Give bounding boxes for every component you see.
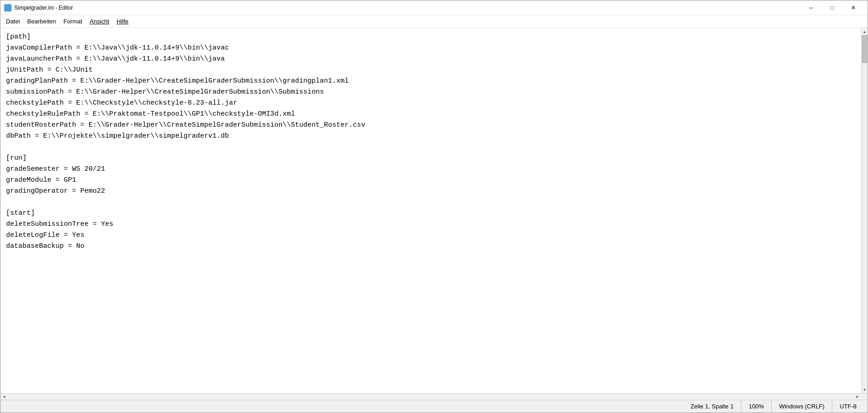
- title-bar-left: Simpelgrader.ini - Editor: [4, 4, 73, 11]
- menu-bearbeiten[interactable]: Bearbeiten: [23, 16, 60, 27]
- scroll-right-arrow[interactable]: ►: [854, 394, 861, 400]
- line-ending: Windows (CRLF): [771, 400, 832, 413]
- window-controls: ─ □ ✕: [801, 0, 864, 15]
- scrollbar-corner: [861, 394, 868, 400]
- encoding: UTF-8: [832, 400, 864, 413]
- scroll-down-arrow[interactable]: ▼: [862, 386, 868, 393]
- minimize-button[interactable]: ─: [801, 0, 822, 15]
- title-bar: Simpelgrader.ini - Editor ─ □ ✕: [0, 0, 868, 15]
- cursor-position: Zeile 1, Spalte 1: [683, 400, 741, 413]
- horizontal-scrollbar-container: ◄ ►: [0, 393, 868, 400]
- status-bar: Zeile 1, Spalte 1 100% Windows (CRLF) UT…: [0, 400, 868, 413]
- editor-scroll-container[interactable]: [path] javaCompilerPath = E:\\Java\\jdk-…: [0, 28, 861, 393]
- app-icon: [4, 4, 11, 11]
- menu-bar: Datei Bearbeiten Format Ansicht Hilfe: [0, 15, 868, 28]
- scroll-left-arrow[interactable]: ◄: [0, 394, 8, 400]
- maximize-button[interactable]: □: [822, 0, 843, 15]
- vertical-scrollbar[interactable]: ▲ ▼: [861, 28, 868, 393]
- window-title: Simpelgrader.ini - Editor: [14, 5, 73, 11]
- menu-hilfe[interactable]: Hilfe: [113, 16, 132, 27]
- menu-ansicht[interactable]: Ansicht: [86, 16, 113, 27]
- scroll-up-arrow[interactable]: ▲: [862, 28, 868, 35]
- editor-area: [path] javaCompilerPath = E:\\Java\\jdk-…: [0, 28, 868, 393]
- close-button[interactable]: ✕: [843, 0, 864, 15]
- scroll-track-v[interactable]: [862, 35, 868, 386]
- scroll-track-h[interactable]: [8, 394, 854, 400]
- scroll-thumb-v[interactable]: [862, 35, 867, 63]
- menu-format[interactable]: Format: [60, 16, 86, 27]
- editor-text-content: [path] javaCompilerPath = E:\\Java\\jdk-…: [6, 32, 856, 252]
- main-window: Simpelgrader.ini - Editor ─ □ ✕ Datei Be…: [0, 0, 868, 413]
- zoom-level: 100%: [741, 400, 771, 413]
- menu-datei[interactable]: Datei: [2, 16, 23, 27]
